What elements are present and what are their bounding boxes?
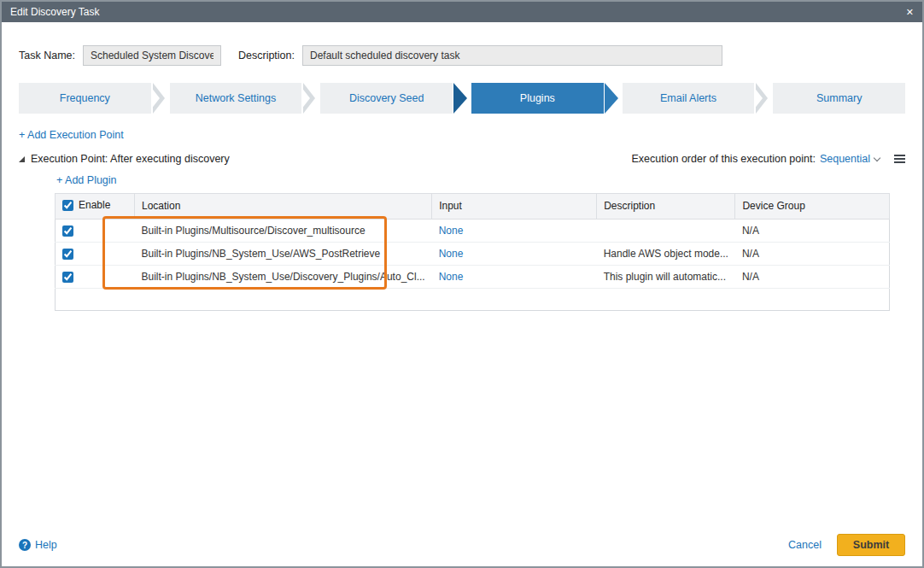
submit-button[interactable]: Submit	[837, 534, 905, 556]
row-enable-checkbox[interactable]	[62, 272, 73, 283]
description-label: Description:	[238, 50, 295, 61]
dialog-title: Edit Discovery Task	[10, 6, 99, 18]
collapse-triangle-icon[interactable]	[19, 156, 25, 162]
tab-arrow-icon	[604, 83, 623, 114]
help-link[interactable]: ? Help	[19, 539, 57, 551]
table-row[interactable]: Built-in Plugins/Multisource/Discover_mu…	[56, 219, 890, 242]
close-icon[interactable]: ✕	[906, 8, 914, 17]
tab-separator-icon	[151, 83, 170, 114]
tab-network-settings[interactable]: Network Settings	[170, 83, 302, 114]
description-column-header: Description	[597, 194, 735, 220]
table-row[interactable]: Built-in Plugins/NB_System_Use/Discovery…	[56, 266, 890, 289]
plugin-location: Built-in Plugins/NB_System_Use/AWS_PostR…	[135, 242, 432, 265]
help-icon: ?	[19, 539, 31, 551]
plugin-device-group: N/A	[735, 242, 890, 265]
task-form-row: Task Name: Description:	[19, 45, 905, 66]
dialog-footer: ? Help Cancel Submit	[19, 534, 905, 566]
plugin-device-group: N/A	[735, 219, 890, 242]
plugin-description	[597, 219, 735, 242]
dialog-body: Task Name: Description: Frequency Networ…	[2, 22, 922, 566]
chevron-down-icon[interactable]	[874, 155, 880, 161]
select-all-checkbox[interactable]	[62, 200, 73, 211]
tab-email-alerts[interactable]: Email Alerts	[623, 83, 755, 114]
menu-icon[interactable]	[894, 155, 905, 163]
task-name-input[interactable]	[83, 45, 221, 66]
plugin-description: Handle AWS object mode...	[597, 242, 735, 265]
execution-order-dropdown[interactable]: Sequential	[820, 153, 870, 165]
tab-separator-icon	[301, 83, 320, 114]
input-column-header: Input	[432, 194, 597, 220]
tab-summary[interactable]: Summary	[773, 83, 905, 114]
task-name-label: Task Name:	[19, 50, 75, 61]
cancel-button[interactable]: Cancel	[788, 539, 822, 551]
plugin-input-link[interactable]: None	[439, 271, 464, 283]
description-input[interactable]	[302, 45, 722, 66]
execution-point-title: Execution Point: After executing discove…	[31, 153, 230, 165]
execution-point-header: Execution Point: After executing discove…	[19, 153, 905, 165]
plugin-input-link[interactable]: None	[439, 225, 464, 237]
location-column-header: Location	[135, 194, 432, 220]
tab-plugins[interactable]: Plugins	[471, 83, 604, 114]
row-enable-checkbox[interactable]	[62, 225, 73, 237]
tab-arrow-icon	[453, 83, 471, 114]
help-label[interactable]: Help	[35, 539, 57, 551]
wizard-tabs: Frequency Network Settings Discovery See…	[19, 83, 905, 114]
tab-frequency[interactable]: Frequency	[19, 83, 151, 114]
empty-table-space	[56, 289, 890, 311]
plugin-input-link[interactable]: None	[439, 248, 464, 260]
add-execution-point-link[interactable]: + Add Execution Point	[19, 129, 124, 141]
add-plugin-link[interactable]: + Add Plugin	[56, 174, 117, 186]
plugin-description: This plugin will automatic...	[597, 266, 735, 289]
titlebar: Edit Discovery Task ✕	[2, 2, 922, 22]
row-enable-checkbox[interactable]	[62, 249, 73, 260]
tab-separator-icon	[754, 83, 773, 114]
enable-column-header: Enable	[79, 199, 110, 211]
table-header-row: Enable Location Input Description Device…	[56, 194, 890, 220]
plugin-device-group: N/A	[735, 266, 890, 289]
execution-order-label: Execution order of this execution point:	[632, 153, 816, 165]
plugin-location: Built-in Plugins/Multisource/Discover_mu…	[135, 219, 432, 242]
plugin-location: Built-in Plugins/NB_System_Use/Discovery…	[135, 266, 432, 289]
edit-discovery-task-dialog: Edit Discovery Task ✕ Task Name: Descrip…	[0, 0, 924, 568]
device-group-column-header: Device Group	[735, 194, 890, 220]
tab-discovery-seed[interactable]: Discovery Seed	[320, 83, 453, 114]
table-row[interactable]: Built-in Plugins/NB_System_Use/AWS_PostR…	[56, 242, 890, 265]
plugins-table: Enable Location Input Description Device…	[55, 193, 890, 311]
